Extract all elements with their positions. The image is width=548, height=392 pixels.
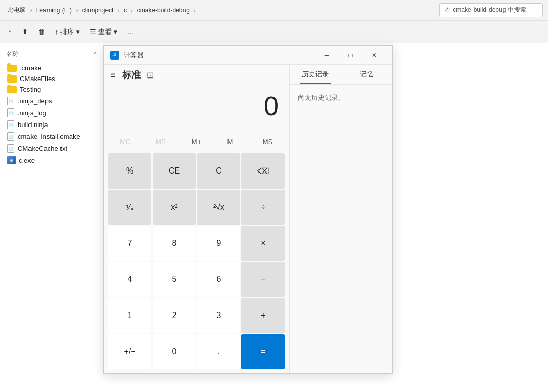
- calc-button[interactable]: −: [241, 262, 285, 297]
- maximize-button[interactable]: □: [339, 46, 362, 65]
- calc-button[interactable]: +/−: [108, 334, 151, 369]
- list-item[interactable]: CMakeFiles: [4, 73, 99, 84]
- sort-button[interactable]: ↕ 排序 ▾: [51, 25, 84, 39]
- calc-button[interactable]: %: [108, 153, 151, 189]
- close-button[interactable]: ✕: [362, 46, 386, 65]
- tab-memory[interactable]: 记忆: [341, 65, 393, 84]
- memory-row: MCMRM+M−MS: [108, 132, 285, 151]
- doc-icon: 📄: [7, 120, 14, 129]
- minimize-button[interactable]: ─: [315, 46, 339, 65]
- explorer-titlebar: 此电脑 › Learning (E:) › clionproject › c ›…: [0, 0, 548, 21]
- tab-history[interactable]: 历史记录: [290, 65, 341, 84]
- calc-grid: %CEC⌫¹⁄ₓx²²√x÷789×456−123++/−0.=: [108, 153, 285, 369]
- list-item[interactable]: 📄.ninja_log: [4, 107, 99, 119]
- memory-button[interactable]: M−: [215, 132, 249, 151]
- sep2: ›: [76, 7, 78, 13]
- sep3: ›: [117, 7, 119, 13]
- hamburger-icon[interactable]: ≡: [110, 70, 116, 81]
- calc-mode-label: 标准: [122, 69, 141, 81]
- breadcrumb-project[interactable]: clionproject: [80, 6, 116, 15]
- sort-dropdown-icon: ▾: [76, 28, 80, 36]
- calc-button[interactable]: 5: [153, 262, 196, 297]
- history-empty-message: 尚无历史记录。: [290, 85, 392, 373]
- list-item[interactable]: Testing: [4, 84, 99, 95]
- name-column-label: 名称: [6, 50, 19, 58]
- file-name: CMakeCache.txt: [18, 145, 67, 152]
- calc-button[interactable]: 7: [108, 226, 151, 261]
- sidebar: 名称 ^ .cmakeCMakeFilesTesting📄.ninja_deps…: [0, 43, 103, 392]
- file-name: .ninja_deps: [18, 97, 52, 105]
- explorer-toolbar: ↑ ⬆ 🗑 ↕ 排序 ▾ ☰ 查看 ▾ ...: [0, 21, 548, 43]
- memory-button[interactable]: MS: [250, 132, 285, 151]
- calc-titlebar: # 计算器 ─ □ ✕: [104, 46, 392, 65]
- list-item[interactable]: .cmake: [4, 62, 99, 73]
- calc-button[interactable]: ⌫: [241, 153, 285, 189]
- folder-icon: [7, 65, 17, 72]
- sort-icon: ↕: [55, 28, 59, 36]
- calc-button[interactable]: 1: [108, 298, 151, 333]
- calc-button[interactable]: ×: [241, 226, 285, 261]
- calc-button[interactable]: 4: [108, 262, 151, 297]
- calc-button[interactable]: 6: [197, 262, 240, 297]
- calc-button[interactable]: ¹⁄ₓ: [108, 190, 151, 225]
- search-box[interactable]: 在 cmake-build-debug 中搜索: [439, 3, 543, 17]
- file-name: Testing: [20, 86, 41, 93]
- file-name: c.exe: [19, 156, 35, 164]
- calc-buttons: MCMRM+M−MS %CEC⌫¹⁄ₓx²²√x÷789×456−123++/−…: [104, 132, 289, 373]
- view-dropdown-icon: ▾: [114, 28, 117, 36]
- calc-button[interactable]: =: [241, 334, 285, 369]
- calc-display: 0: [104, 85, 289, 132]
- more-button[interactable]: ...: [124, 26, 138, 38]
- calc-button[interactable]: 3: [197, 298, 240, 333]
- doc-icon: 📄: [7, 97, 14, 105]
- calc-history-panel: 历史记录 记忆 尚无历史记录。: [289, 65, 392, 373]
- calc-app-icon: #: [110, 51, 119, 60]
- breadcrumb-c[interactable]: c: [121, 6, 129, 15]
- breadcrumb-computer[interactable]: 此电脑: [5, 5, 28, 15]
- collapse-icon[interactable]: ^: [94, 51, 97, 58]
- calc-button[interactable]: ²√x: [197, 190, 240, 225]
- sep1: ›: [30, 7, 32, 13]
- calc-button[interactable]: 9: [197, 226, 240, 261]
- memory-button: MC: [108, 132, 143, 151]
- list-item[interactable]: 📄cmake_install.cmake: [4, 131, 99, 143]
- calc-button[interactable]: C: [197, 153, 240, 189]
- calculator-window: # 计算器 ─ □ ✕ ≡ 标准 ⊡ 0 MCMRM+M−MS %CEC⌫¹⁄ₓ…: [103, 45, 393, 374]
- breadcrumb-drive[interactable]: Learning (E:): [34, 6, 74, 15]
- file-name: .cmake: [20, 64, 41, 72]
- calc-button[interactable]: x²: [153, 190, 196, 225]
- calc-window-controls: ─ □ ✕: [315, 46, 386, 65]
- share-button[interactable]: ⬆: [18, 26, 32, 38]
- list-item[interactable]: 📄.ninja_deps: [4, 95, 99, 107]
- list-item[interactable]: ⚙c.exe: [4, 154, 99, 166]
- sidebar-header: 名称 ^: [0, 48, 103, 60]
- sep4: ›: [131, 7, 133, 13]
- calc-main: ≡ 标准 ⊡ 0 MCMRM+M−MS %CEC⌫¹⁄ₓx²²√x÷789×45…: [104, 65, 289, 373]
- calc-button[interactable]: 8: [153, 226, 196, 261]
- view-button[interactable]: ☰ 查看 ▾: [86, 25, 121, 39]
- calc-button[interactable]: .: [197, 334, 240, 369]
- folder-icon: [7, 86, 17, 93]
- calc-header: ≡ 标准 ⊡: [104, 65, 289, 85]
- folder-icon: [7, 75, 17, 83]
- list-item[interactable]: 📄CMakeCache.txt: [4, 143, 99, 154]
- calc-button[interactable]: 0: [153, 334, 196, 369]
- breadcrumb-build[interactable]: cmake-build-debug: [135, 6, 192, 15]
- graph-icon[interactable]: ⊡: [147, 70, 154, 80]
- calc-button[interactable]: 2: [153, 298, 196, 333]
- delete-button[interactable]: 🗑: [34, 26, 49, 38]
- calc-button[interactable]: CE: [153, 153, 196, 189]
- up-button[interactable]: ↑: [4, 26, 16, 38]
- file-list: .cmakeCMakeFilesTesting📄.ninja_deps📄.nin…: [0, 60, 103, 168]
- memory-button[interactable]: M+: [179, 132, 214, 151]
- file-name: .ninja_log: [18, 109, 47, 117]
- calc-title-text: 计算器: [124, 51, 144, 60]
- history-tabs: 历史记录 记忆: [290, 65, 392, 85]
- file-name: CMakeFiles: [20, 75, 55, 83]
- calc-button[interactable]: ÷: [241, 190, 285, 225]
- view-icon: ☰: [90, 28, 96, 36]
- list-item[interactable]: 📄build.ninja: [4, 119, 99, 131]
- calc-button[interactable]: +: [241, 298, 285, 333]
- calc-body: ≡ 标准 ⊡ 0 MCMRM+M−MS %CEC⌫¹⁄ₓx²²√x÷789×45…: [104, 65, 392, 373]
- file-name: cmake_install.cmake: [18, 133, 80, 140]
